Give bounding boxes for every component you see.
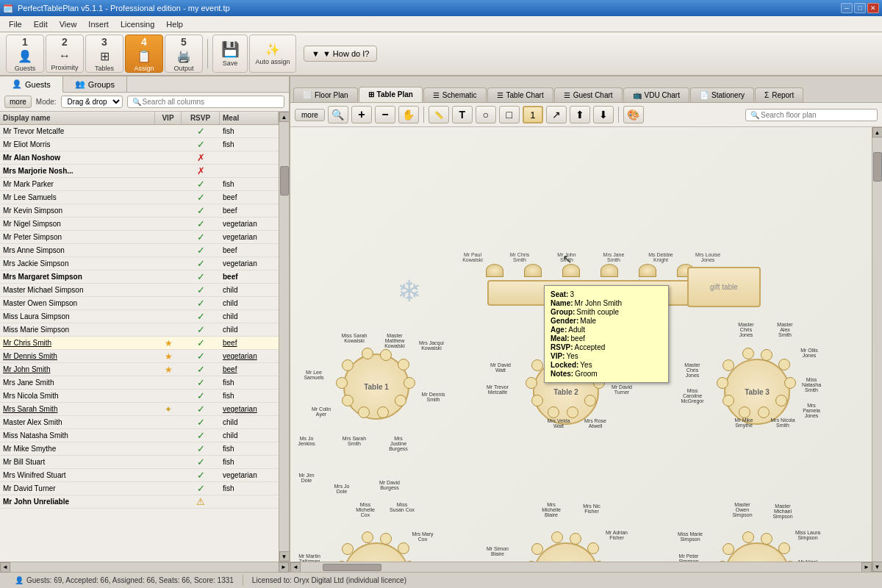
tab-schematic[interactable]: ☰ Schematic	[423, 87, 487, 102]
list-item-david-turner[interactable]: Mr David Turner ✓ fish	[0, 482, 279, 495]
seat[interactable]	[587, 542, 599, 554]
menu-help[interactable]: Help	[160, 18, 189, 30]
seat[interactable]	[600, 264, 618, 277]
list-item[interactable]: Master Owen Simpson ✓ child	[0, 297, 279, 310]
list-item[interactable]: Mr Alan Noshow ✗	[0, 151, 279, 165]
seat[interactable]	[342, 543, 354, 555]
hscroll-right-arrow[interactable]: ►	[279, 562, 289, 573]
toolbar-proximity-button[interactable]: 2 ↔ Proximity	[46, 35, 84, 73]
right-scroll-thumb[interactable]	[873, 152, 882, 182]
list-item[interactable]: Mr Trevor Metcalfe ✓ fish	[0, 125, 279, 138]
text-button[interactable]: T	[452, 106, 473, 123]
tab-table-plan[interactable]: ⊞ Table Plan	[359, 87, 423, 102]
seat[interactable]	[742, 531, 754, 543]
seat[interactable]	[380, 349, 392, 361]
seat[interactable]	[342, 395, 354, 406]
fp-hscroll-left[interactable]: ◄	[290, 562, 301, 573]
floor-plan-search-input[interactable]	[761, 111, 872, 119]
arrow-button[interactable]: ↗	[546, 106, 567, 123]
seat[interactable]	[486, 264, 503, 277]
list-item-bill-stuart[interactable]: Mr Bill Stuart ✓ fish	[0, 456, 279, 469]
search-input[interactable]	[143, 98, 279, 106]
maximize-button[interactable]: □	[854, 3, 866, 13]
left-scrollbar[interactable]: ▲ ▼	[279, 112, 289, 562]
seat[interactable]	[377, 406, 389, 418]
more-button[interactable]: more	[4, 96, 32, 108]
zoom-in-button[interactable]: +	[351, 106, 372, 123]
seat[interactable]	[778, 542, 790, 554]
zoom-out-button[interactable]: −	[375, 106, 395, 123]
seat[interactable]	[395, 395, 406, 406]
color-button[interactable]: 🎨	[623, 106, 644, 123]
how-do-i-button[interactable]: ▼ ▼ How do I?	[304, 46, 377, 62]
tab-report[interactable]: Σ Report	[755, 87, 803, 102]
tab-guest-chart[interactable]: ☰ Guest Chart	[554, 87, 623, 102]
list-item[interactable]: Mrs Jackie Simpson ✓ vegetarian	[0, 257, 279, 270]
col-header-meal[interactable]: Meal	[220, 112, 279, 124]
seat[interactable]	[398, 359, 409, 370]
seat[interactable]	[761, 349, 772, 361]
list-item[interactable]: Mr Lee Samuels ✓ beef	[0, 191, 279, 204]
list-item-dennis-smith[interactable]: Mr Dennis Smith ★ ✓ vegetarian	[0, 350, 279, 363]
up-button[interactable]: ⬆	[570, 106, 590, 123]
toolbar-save-button[interactable]: 💾 Save	[212, 35, 248, 73]
seat[interactable]	[380, 533, 392, 545]
right-more-button[interactable]: more	[295, 109, 325, 121]
toolbar-guests-button[interactable]: 1 👤 Guests	[6, 35, 44, 73]
menu-insert[interactable]: Insert	[82, 18, 115, 30]
col-header-name[interactable]: Display name	[0, 112, 155, 124]
close-button[interactable]: ✕	[867, 3, 879, 13]
right-scroll-up[interactable]: ▲	[872, 127, 883, 137]
toolbar-auto-assign-button[interactable]: ✨ Auto assign	[249, 35, 296, 73]
list-item-john-unreliable[interactable]: Mr John Unreliable ⚠	[0, 495, 279, 509]
menu-licensing[interactable]: Licensing	[115, 18, 160, 30]
list-item-chris-smith[interactable]: Mr Chris Smith ★ ✓ beef	[0, 337, 279, 350]
col-header-rsvp[interactable]: RSVP	[182, 112, 220, 124]
scroll-thumb[interactable]	[280, 166, 289, 196]
right-scrollbar[interactable]: ▲ ▼	[872, 127, 882, 572]
seat[interactable]	[531, 543, 543, 555]
seat[interactable]	[551, 531, 563, 543]
list-item[interactable]: Master Michael Simpson ✓ child	[0, 284, 279, 297]
seat[interactable]	[723, 395, 734, 406]
seat[interactable]	[531, 359, 543, 371]
list-item-john-smith[interactable]: Mr John Smith ★ ✓ beef	[0, 363, 279, 376]
seat[interactable]	[739, 406, 750, 418]
mode-select[interactable]: Drag & drop	[61, 96, 123, 108]
seat[interactable]	[362, 348, 373, 359]
down-button[interactable]: ⬇	[593, 106, 614, 123]
seat[interactable]	[723, 359, 734, 371]
list-item[interactable]: Miss Marie Simpson ✓ child	[0, 323, 279, 337]
tab-floor-plan[interactable]: ⬜ Floor Plan	[293, 87, 358, 102]
list-item-alex-smith[interactable]: Master Alex Smith ✓ child	[0, 416, 279, 429]
minimize-button[interactable]: ─	[841, 3, 853, 13]
scroll-up-arrow[interactable]: ▲	[279, 112, 290, 122]
fp-hscroll-thumb[interactable]	[323, 564, 381, 571]
seat[interactable]	[778, 359, 790, 370]
rectangle-button[interactable]: □	[499, 106, 520, 123]
seat[interactable]	[524, 264, 542, 277]
zoom-fit-button[interactable]: 🔍	[328, 106, 348, 123]
number-button[interactable]: 1	[523, 106, 543, 123]
seat[interactable]	[567, 406, 578, 418]
tab-stationery[interactable]: 📄 Stationery	[690, 87, 754, 102]
fp-hscroll-right[interactable]: ►	[861, 562, 872, 573]
seat[interactable]	[723, 543, 734, 555]
seat[interactable]	[526, 377, 537, 389]
menu-edit[interactable]: Edit	[28, 18, 54, 30]
menu-file[interactable]: File	[3, 18, 28, 30]
seat[interactable]	[404, 377, 415, 389]
seat[interactable]	[570, 533, 581, 545]
seat[interactable]	[775, 395, 787, 406]
list-item[interactable]: Miss Laura Simpson ✓ child	[0, 310, 279, 323]
hscroll-left-arrow[interactable]: ◄	[0, 562, 10, 573]
list-item-winifred-stuart[interactable]: Mrs Winifred Stuart ✓ vegetarian	[0, 469, 279, 482]
seat[interactable]	[342, 359, 354, 371]
list-item-natasha-smith[interactable]: Miss Natasha Smith ✓ child	[0, 429, 279, 442]
list-item[interactable]: Mrs Margaret Simpson ✓ beef	[0, 270, 279, 284]
tab-table-chart[interactable]: ☰ Table Chart	[487, 87, 553, 102]
seat[interactable]	[717, 377, 728, 389]
seat[interactable]	[584, 395, 596, 406]
toolbar-output-button[interactable]: 5 🖨️ Output	[165, 35, 203, 73]
circle-button[interactable]: ○	[476, 106, 496, 123]
